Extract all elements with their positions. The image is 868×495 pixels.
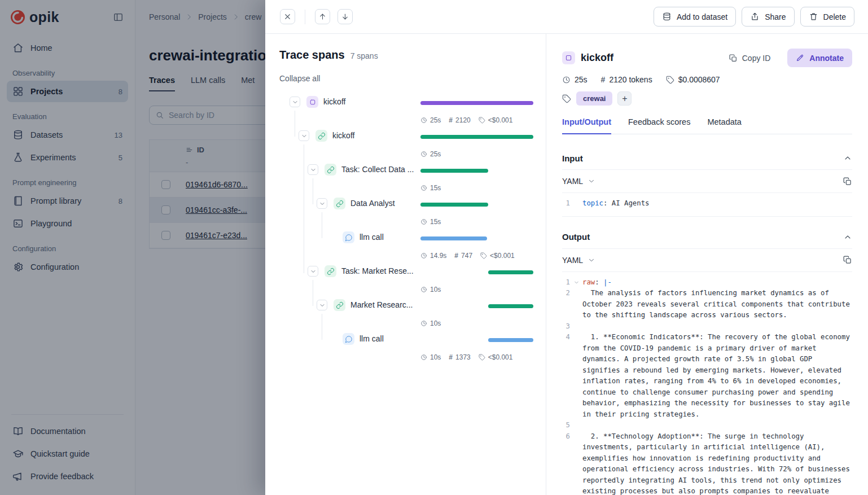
copy-icon [729,54,738,63]
span-row-task-market-research: Task: Market Rese... 10s [279,264,534,298]
span-meta: 25s #2120 <$0.001 [279,113,534,128]
span-row-market-researcher: Market Researc... 10s [279,298,534,332]
chevron-down-icon[interactable] [317,198,327,209]
spans-count: 7 spans [350,51,378,60]
chevron-down-icon[interactable] [299,130,309,141]
fold-chevron-icon[interactable] [570,277,582,288]
span-label: llm call [360,233,384,242]
code-line: 4 1. **Economic Indicators**: The recove… [562,332,852,420]
output-format-select[interactable]: YAML [562,256,595,265]
trace-drawer: Add to dataset Share Delete Trace spans … [265,0,868,495]
screen: opik Home Observability Projects 8 Evalu… [0,0,868,495]
copy-output-button[interactable] [843,255,852,265]
code-line: 1 topic: AI Agents [562,198,852,209]
span-tree: kickoff 25s #2120 <$0.001 [279,95,534,366]
output-section-header: Output [562,226,852,248]
tag-icon [562,94,571,103]
clock-icon [420,252,427,259]
plus-icon: + [622,94,627,103]
chevron-down-icon[interactable] [317,300,327,310]
link-icon [315,130,327,142]
span-label: Task: Market Rese... [341,266,414,275]
span-row-main[interactable]: llm call [279,332,534,350]
copy-icon [843,255,852,265]
span-row-main[interactable]: Task: Market Rese... [279,264,534,282]
line-number: 1 [562,198,570,209]
span-meta: 14.9s #747 <$0.001 [279,248,534,263]
span-detail-title: kickoff [581,52,613,64]
line-number: 5 [562,420,570,431]
annotate-button[interactable]: Annotate [787,49,852,67]
duration-bar [488,304,533,308]
span-row-llm-call: llm call 14.9s #747 <$0.001 [279,230,534,264]
span-cost: <$0.001 [490,252,515,260]
link-icon [334,198,345,209]
add-to-dataset-button[interactable]: Add to dataset [654,7,736,27]
duration-bar-track [420,95,533,113]
span-stats: 25s #2120 tokens $0.0008607 [562,75,852,84]
span-tokens: 2120 [455,116,471,124]
clock-icon [420,286,427,293]
chevron-down-icon[interactable] [308,266,318,277]
span-row-main[interactable]: kickoff [279,129,534,147]
copy-id-button[interactable]: Copy ID [729,54,771,63]
chevron-up-icon[interactable] [843,233,852,242]
span-row-main[interactable]: kickoff [279,95,534,113]
tag-icon [479,354,485,361]
span-duration: 14.9s [430,252,446,260]
span-meta: 10s #1373 <$0.001 [279,350,534,365]
next-trace-arrow-down-icon[interactable] [337,9,353,24]
trace-spans-panel: Trace spans 7 spans Collapse all [265,34,546,495]
close-icon[interactable] [280,9,295,24]
chevron-down-icon[interactable] [308,164,318,175]
input-code-block: 1 topic: AI Agents [562,193,852,217]
span-row-main[interactable]: llm call [279,230,534,248]
add-tag-button[interactable]: + [617,91,632,106]
chat-bubble-icon [343,333,354,345]
span-duration: 25s [430,150,441,158]
line-number: 1 [562,277,570,288]
line-number: 4 [562,332,570,420]
tab-feedback-scores[interactable]: Feedback scores [628,117,690,134]
fold-slot [570,332,582,420]
span-duration: 10s [430,319,441,327]
clock-icon [562,76,571,84]
duration-bar [420,236,487,240]
span-duration: 10s [430,286,441,294]
share-button[interactable]: Share [742,7,794,27]
copy-input-button[interactable] [843,177,852,186]
span-meta: 10s [279,316,534,331]
duration-bar-track [420,230,533,248]
span-label: kickoff [332,131,354,140]
duration-bar [420,169,488,173]
span-label: Data Analyst [350,199,395,208]
span-label: Task: Collect Data ... [341,165,414,174]
span-duration: 25s [430,116,441,124]
span-cost: <$0.001 [488,116,513,124]
clock-icon [420,151,427,157]
span-row-main[interactable]: Market Researc... [279,298,534,316]
span-meta: 10s [279,282,534,297]
link-icon [334,299,345,311]
span-row-main[interactable]: Data Analyst [279,196,534,214]
chevron-up-icon[interactable] [843,154,852,163]
detail-tabs: Input/Output Feedback scores Metadata [562,117,852,134]
span-row-main[interactable]: Task: Collect Data ... [279,163,534,181]
divider [305,10,305,24]
input-format-select[interactable]: YAML [562,177,595,186]
duration-bar [420,135,533,139]
tab-input-output[interactable]: Input/Output [562,117,611,134]
dataset-icon [662,12,672,21]
line-number: 6 [562,431,570,495]
tag-chip-crewai[interactable]: crewai [576,91,612,106]
clock-icon [420,117,427,124]
modal-backdrop[interactable] [0,0,265,495]
delete-button[interactable]: Delete [800,7,854,27]
chevron-down-icon[interactable] [290,97,300,107]
stat-duration: 25s [575,75,588,84]
tab-metadata[interactable]: Metadata [707,117,741,134]
span-detail-panel: kickoff Copy ID Annotate 25s #2120 token… [546,34,868,495]
prev-trace-arrow-up-icon[interactable] [315,9,330,24]
collapse-all-button[interactable]: Collapse all [279,74,320,83]
span-row-task-collect-data: Task: Collect Data ... 15s [279,163,534,196]
